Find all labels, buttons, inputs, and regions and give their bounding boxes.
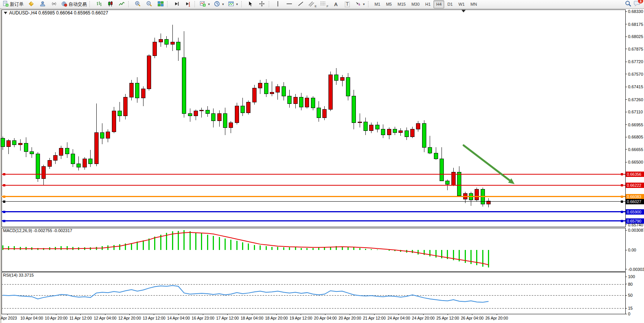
window-left-edge bbox=[0, 9, 2, 323]
equidistant-channel-icon bbox=[308, 1, 314, 8]
zoom-in-icon bbox=[135, 1, 141, 8]
hline-handle-left[interactable] bbox=[3, 220, 5, 222]
rsi-label: RSI(14) 33.3715 bbox=[3, 273, 34, 277]
hline-handle-left[interactable] bbox=[3, 184, 5, 186]
candle-chart-type-button[interactable] bbox=[105, 0, 116, 8]
candle-body bbox=[165, 40, 169, 45]
bar-chart-type-button[interactable] bbox=[93, 0, 104, 8]
candle-body bbox=[223, 113, 227, 127]
crosshair-tool-button[interactable] bbox=[257, 0, 268, 8]
signals-icon bbox=[51, 1, 57, 8]
candle-body bbox=[129, 83, 133, 97]
profile-button[interactable] bbox=[37, 0, 48, 8]
timeframe-button-m5[interactable]: M5 bbox=[383, 0, 394, 8]
candle-body bbox=[118, 111, 122, 116]
candle-body bbox=[153, 42, 157, 56]
hline-price-tag-label: 0.66027 bbox=[627, 199, 641, 204]
time-axis-label: 10 Apr 04:00 bbox=[21, 316, 43, 320]
hline-handle-right[interactable] bbox=[621, 220, 623, 222]
candle-body bbox=[370, 125, 373, 131]
timeframe-button-mn[interactable]: MN bbox=[468, 0, 480, 8]
notifications-icon[interactable]: 1 bbox=[634, 0, 641, 8]
zoom-out-button[interactable] bbox=[143, 0, 155, 8]
text-tool-button[interactable]: A bbox=[330, 0, 341, 8]
hline-handle-right[interactable] bbox=[621, 173, 623, 175]
hline-handle-right[interactable] bbox=[621, 211, 623, 213]
candle-body bbox=[112, 111, 116, 132]
hline-handle-left[interactable] bbox=[3, 173, 5, 175]
search-icon[interactable] bbox=[625, 0, 631, 8]
candle-body bbox=[346, 77, 350, 96]
signals-button[interactable] bbox=[48, 0, 59, 8]
timeframe-button-d1[interactable]: D1 bbox=[445, 0, 455, 8]
candle-body bbox=[276, 86, 280, 92]
trendline-tool-button[interactable] bbox=[295, 0, 306, 8]
candle-body bbox=[65, 148, 69, 154]
time-axis-label: 19 Apr 12:00 bbox=[290, 316, 312, 320]
new-order-icon bbox=[3, 1, 9, 8]
hline-handle-right[interactable] bbox=[621, 200, 623, 203]
time-axis-label: 11 Apr 12:00 bbox=[70, 316, 92, 320]
macd-axis-label: 0.00 bbox=[628, 248, 636, 252]
candle-body bbox=[194, 111, 198, 116]
toolbar-separator bbox=[89, 1, 92, 7]
candle-body bbox=[6, 141, 10, 146]
price-chart-svg: 0.663560.662220.660830.660270.659000.657… bbox=[0, 9, 644, 323]
timeframe-button-w1[interactable]: W1 bbox=[456, 0, 467, 8]
hline-handle-right[interactable] bbox=[621, 184, 623, 186]
chart-shift-button[interactable] bbox=[182, 0, 193, 8]
periods-button[interactable]: ▼ bbox=[212, 0, 226, 8]
hline-handle-left[interactable] bbox=[3, 196, 5, 198]
cursor-tool-button[interactable] bbox=[245, 0, 256, 8]
vertical-line-icon bbox=[275, 1, 281, 8]
candle-body bbox=[77, 164, 81, 167]
auto-trading-button[interactable]: 自动交易 bbox=[60, 0, 88, 8]
timeframe-button-m30[interactable]: M30 bbox=[409, 0, 422, 8]
timeframe-button-m1[interactable]: M1 bbox=[372, 0, 383, 8]
indicators-button[interactable]: ▼ bbox=[198, 0, 212, 8]
time-axis-label: 26 Apr 04:00 bbox=[461, 316, 484, 320]
hline-handle-right[interactable] bbox=[621, 196, 623, 198]
time-axis-label: 21 Apr 12:00 bbox=[363, 316, 386, 320]
market-button[interactable] bbox=[26, 0, 37, 8]
tile-windows-button[interactable] bbox=[155, 0, 166, 8]
channel-tool-button[interactable]: E bbox=[307, 0, 318, 8]
timeframe-button-m15[interactable]: M15 bbox=[395, 0, 408, 8]
auto-trading-label: 自动交易 bbox=[69, 1, 87, 8]
mt4-window: 新订单 自动交易 bbox=[0, 0, 644, 323]
auto-scroll-button[interactable] bbox=[171, 0, 182, 8]
candle-body bbox=[24, 143, 28, 151]
candle-body bbox=[411, 129, 414, 137]
candle-body bbox=[59, 148, 63, 155]
horizontal-line-tool-button[interactable] bbox=[284, 0, 295, 8]
candle-body bbox=[135, 83, 139, 98]
text-label-tool-button[interactable]: T bbox=[342, 0, 353, 8]
price-axis-tick-label: 0.67110 bbox=[628, 110, 643, 114]
fibonacci-tool-button[interactable]: F bbox=[319, 0, 330, 8]
candle-body bbox=[270, 92, 274, 94]
chart-area: 0.663560.662220.660830.660270.659000.657… bbox=[0, 9, 644, 323]
toolbar: 新订单 自动交易 bbox=[0, 0, 644, 9]
new-order-button[interactable]: 新订单 bbox=[1, 0, 25, 8]
timeframe-button-h4[interactable]: H4 bbox=[434, 0, 444, 8]
candle-body bbox=[323, 110, 327, 118]
hline-price-tag-label: 0.65900 bbox=[627, 210, 641, 214]
vertical-line-tool-button[interactable] bbox=[273, 0, 284, 8]
zoom-in-button[interactable] bbox=[132, 0, 143, 8]
chevron-down-icon: ▼ bbox=[207, 3, 210, 6]
channel-letter: E bbox=[315, 5, 317, 8]
arrows-tool-button[interactable]: ▼ bbox=[353, 0, 367, 8]
chevron-down-icon: ▼ bbox=[362, 3, 365, 6]
rsi-axis-label: 15 bbox=[628, 306, 633, 310]
candle-body bbox=[241, 106, 245, 113]
candle-body bbox=[381, 129, 385, 135]
hline-handle-left[interactable] bbox=[3, 211, 5, 213]
hline-handle-left[interactable] bbox=[3, 200, 5, 203]
templates-button[interactable]: ▼ bbox=[226, 0, 240, 8]
candle-body bbox=[387, 129, 391, 135]
line-chart-type-button[interactable] bbox=[116, 0, 127, 8]
candle-body bbox=[94, 132, 98, 164]
timeframe-button-h1[interactable]: H1 bbox=[422, 0, 433, 8]
candle-body bbox=[475, 189, 479, 200]
time-axis-label: 20 Apr 04:00 bbox=[314, 316, 337, 320]
